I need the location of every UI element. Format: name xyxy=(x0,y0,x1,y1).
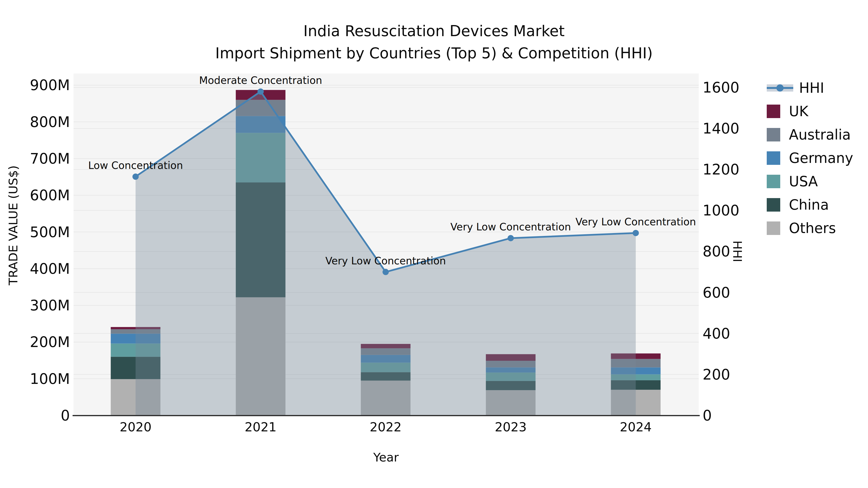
left-tick-label: 700M xyxy=(30,150,70,167)
legend-swatch-germany xyxy=(767,151,780,165)
x-tick-label: 2020 xyxy=(120,420,151,434)
legend-hhi-line-icon xyxy=(767,81,793,95)
legend-swatch-australia xyxy=(767,128,780,141)
x-tick-label: 2024 xyxy=(620,420,652,434)
figure-canvas: India Resuscitation Devices Market Impor… xyxy=(0,0,868,488)
left-tick-label: 0 xyxy=(61,407,70,424)
chart-title-line1: India Resuscitation Devices Market xyxy=(303,22,564,40)
right-tick-label: 1600 xyxy=(703,79,740,96)
legend-label-australia: Australia xyxy=(789,128,851,142)
left-tick-label: 300M xyxy=(30,297,70,314)
right-axis-title: HHI xyxy=(730,240,744,262)
hhi-annotation: Very Low Concentration xyxy=(326,255,446,266)
legend-swatch-china xyxy=(767,198,780,212)
x-tick-label: 2022 xyxy=(370,420,401,434)
hhi-marker-2022 xyxy=(383,269,389,275)
legend-label-hhi: HHI xyxy=(799,81,824,95)
left-tick-label: 500M xyxy=(30,224,70,240)
legend-item-hhi: HHI xyxy=(767,81,824,95)
legend-item-china: China xyxy=(767,198,829,212)
legend-swatch-usa xyxy=(767,175,780,188)
left-tick-label: 100M xyxy=(30,370,70,387)
chart-title-line2: Import Shipment by Countries (Top 5) & C… xyxy=(215,44,653,62)
left-tick-label: 800M xyxy=(30,113,70,130)
right-tick-label: 200 xyxy=(703,366,730,383)
legend-label-usa: USA xyxy=(789,174,818,189)
right-tick-label: 0 xyxy=(703,407,712,424)
x-axis-title: Year xyxy=(373,450,399,464)
legend-swatch-uk xyxy=(767,105,780,118)
hhi-annotation: Low Concentration xyxy=(88,159,183,171)
hhi-annotation: Very Low Concentration xyxy=(576,216,696,227)
left-tick-label: 400M xyxy=(30,260,70,277)
legend-label-others: Others xyxy=(789,221,836,235)
legend-item-others: Others xyxy=(767,221,836,235)
x-tick-label: 2023 xyxy=(495,420,527,434)
x-tick-label: 2021 xyxy=(245,420,277,434)
left-tick-label: 200M xyxy=(30,333,70,350)
hhi-annotation: Very Low Concentration xyxy=(451,221,571,233)
legend-label-uk: UK xyxy=(789,104,808,118)
hhi-marker-2024 xyxy=(633,230,639,236)
right-tick-label: 1200 xyxy=(703,161,740,178)
x-axis-line xyxy=(72,415,700,416)
legend-item-uk: UK xyxy=(767,104,808,118)
hhi-annotation: Moderate Concentration xyxy=(199,74,322,86)
right-tick-label: 800 xyxy=(703,243,730,260)
left-axis-title: TRADE VALUE (US$) xyxy=(6,165,20,285)
legend-item-germany: Germany xyxy=(767,151,853,165)
legend-item-usa: USA xyxy=(767,174,818,189)
hhi-marker-2023 xyxy=(507,235,514,241)
hhi-marker-2021 xyxy=(257,89,264,95)
right-tick-label: 400 xyxy=(703,325,730,342)
legend-label-china: China xyxy=(789,198,829,212)
left-tick-label: 900M xyxy=(30,77,70,94)
right-tick-label: 600 xyxy=(703,284,730,301)
legend-item-australia: Australia xyxy=(767,128,851,142)
hhi-marker-2020 xyxy=(132,173,138,180)
right-tick-label: 1400 xyxy=(703,120,740,137)
right-tick-label: 1000 xyxy=(703,202,740,219)
legend-label-germany: Germany xyxy=(789,151,853,165)
left-tick-label: 600M xyxy=(30,187,70,204)
legend-swatch-others xyxy=(767,222,780,235)
